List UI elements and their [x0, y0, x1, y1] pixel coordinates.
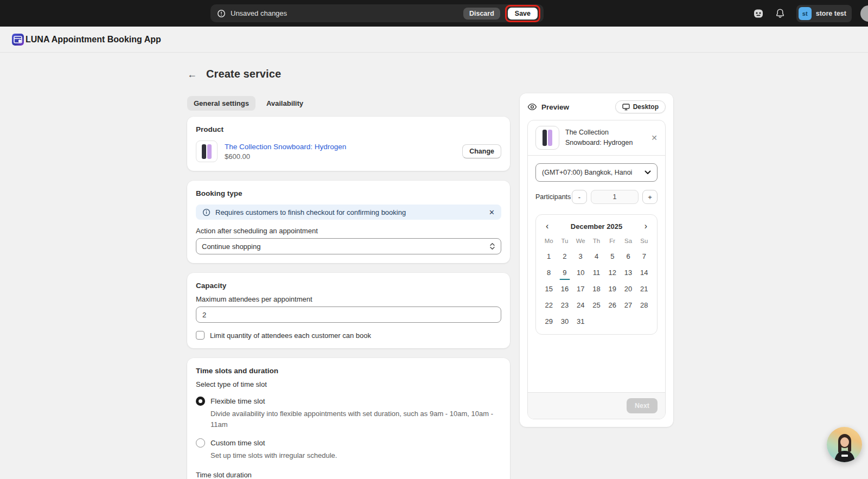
notifications-bell-icon[interactable] — [775, 8, 786, 19]
preview-close-icon[interactable]: ✕ — [651, 133, 658, 142]
booking-widget-preview: The Collection Snowboard: Hydrogen ✕ (GM… — [527, 120, 666, 419]
participants-value: 1 — [591, 190, 639, 204]
page-title: Create service — [206, 68, 281, 80]
contextual-save-bar: Unsaved changes Discard Save — [210, 4, 544, 22]
product-price: $600.00 — [225, 152, 346, 161]
calendar-day[interactable]: 6 — [620, 252, 636, 260]
calendar-day[interactable]: 5 — [604, 252, 620, 260]
booking-type-card: Booking type Requires customers to finis… — [187, 181, 510, 263]
calendar-day[interactable]: 16 — [557, 285, 572, 293]
save-button[interactable]: Save — [508, 8, 538, 20]
calendar-day[interactable]: 28 — [636, 301, 652, 309]
sidekick-assistant-icon[interactable] — [753, 8, 764, 19]
store-menu[interactable]: st store test — [796, 5, 852, 22]
calendar-weekday: We — [573, 238, 589, 244]
calendar-day[interactable]: 21 — [636, 285, 652, 293]
participants-label: Participants — [535, 193, 571, 201]
custom-timeslot-label: Custom time slot — [210, 439, 265, 447]
calendar-day[interactable]: 18 — [589, 285, 604, 293]
capacity-title: Capacity — [196, 282, 501, 290]
limit-quantity-label: Limit quantity of attendees each custome… — [210, 331, 371, 340]
banner-close-icon[interactable]: ✕ — [489, 208, 495, 216]
calendar-day[interactable]: 30 — [557, 317, 572, 325]
video-assistant-bubble[interactable] — [827, 427, 862, 462]
timeslots-title: Time slots and duration — [196, 367, 501, 375]
calendar-weekday: Th — [589, 238, 604, 244]
calendar-weekday: Tu — [557, 238, 572, 244]
custom-timeslot-description: Set up time slots with irregular schedul… — [210, 450, 501, 461]
calendar-day[interactable]: 11 — [589, 269, 604, 277]
timeslots-card: Time slots and duration Select type of t… — [187, 358, 510, 479]
calendar-day[interactable]: 2 — [557, 252, 572, 260]
app-header: LUNA Appointment Booking App — [0, 27, 868, 53]
back-arrow-icon[interactable]: ← — [187, 69, 197, 79]
participants-minus-button[interactable]: - — [572, 190, 587, 204]
tab-availability[interactable]: Availability — [260, 96, 310, 111]
calendar-weekday: Mo — [541, 238, 557, 244]
action-select[interactable]: Continue shopping — [196, 238, 501, 254]
device-label: Desktop — [633, 103, 659, 111]
tab-general-settings[interactable]: General settings — [187, 96, 256, 111]
calendar-day[interactable]: 8 — [541, 269, 557, 277]
calendar-day[interactable]: 1 — [541, 252, 557, 260]
banner-text: Requires customers to finish checkout fo… — [215, 208, 406, 216]
topbar: Unsaved changes Discard Save st store te… — [0, 0, 868, 27]
product-name-link[interactable]: The Collection Snowboard: Hydrogen — [225, 143, 346, 151]
participants-plus-button[interactable]: + — [642, 190, 658, 204]
action-label: Action after scheduling an appointment — [196, 227, 501, 235]
max-attendees-label: Maximum attendees per appointment — [196, 295, 501, 303]
tabs: General settings Availability — [187, 96, 510, 111]
alert-icon — [217, 9, 226, 18]
calendar-day[interactable]: 10 — [573, 269, 589, 277]
capacity-card: Capacity Maximum attendees per appointme… — [187, 273, 510, 348]
save-annotation-box: Save — [505, 5, 540, 22]
calendar-day[interactable]: 23 — [557, 301, 572, 309]
main-content: ← Create service General settings Availa… — [187, 68, 510, 479]
calendar-weekday: Su — [636, 238, 652, 244]
calendar-grid: MoTuWeThFrSaSu12345678910111213141516171… — [541, 238, 652, 325]
duration-label: Time slot duration — [196, 471, 501, 479]
preview-panel: Preview Desktop The Collection Snowboard… — [520, 93, 673, 427]
app-title: LUNA Appointment Booking App — [25, 35, 161, 44]
calendar-day[interactable]: 24 — [573, 301, 589, 309]
calendar-day[interactable]: 20 — [620, 285, 636, 293]
calendar-day[interactable]: 26 — [604, 301, 620, 309]
calendar-day[interactable]: 29 — [541, 317, 557, 325]
discard-button[interactable]: Discard — [463, 8, 500, 20]
change-product-button[interactable]: Change — [462, 144, 501, 158]
calendar-day[interactable]: 19 — [604, 285, 620, 293]
flexible-timeslot-radio[interactable] — [196, 397, 205, 406]
store-avatar: st — [799, 7, 812, 20]
calendar-day[interactable]: 17 — [573, 285, 589, 293]
calendar-day[interactable]: 27 — [620, 301, 636, 309]
edge-avatar-partial — [860, 5, 868, 22]
calendar-day[interactable]: 25 — [589, 301, 604, 309]
info-banner: Requires customers to finish checkout fo… — [196, 205, 501, 220]
calendar-day[interactable]: 12 — [604, 269, 620, 277]
calendar-day[interactable]: 7 — [636, 252, 652, 260]
calendar-day[interactable]: 13 — [620, 269, 636, 277]
calendar-day[interactable]: 9 — [557, 269, 572, 277]
timezone-select[interactable]: (GMT+07:00) Bangkok, Hanoi — [535, 163, 658, 182]
select-type-label: Select type of time slot — [196, 380, 501, 388]
app-logo-icon — [12, 34, 24, 46]
store-name-label: store test — [816, 10, 846, 17]
calendar-day[interactable]: 14 — [636, 269, 652, 277]
info-icon — [202, 208, 210, 216]
limit-quantity-checkbox[interactable] — [196, 331, 205, 340]
select-updown-icon — [489, 242, 495, 250]
max-attendees-input[interactable] — [196, 306, 501, 323]
calendar-day[interactable]: 31 — [573, 317, 589, 325]
calendar-next-icon[interactable]: › — [644, 222, 647, 231]
custom-timeslot-radio[interactable] — [196, 438, 205, 448]
calendar-day[interactable]: 15 — [541, 285, 557, 293]
calendar-day[interactable]: 22 — [541, 301, 557, 309]
calendar-weekday: Sa — [620, 238, 636, 244]
calendar-day[interactable]: 4 — [589, 252, 604, 260]
calendar-day[interactable]: 3 — [573, 252, 589, 260]
eye-icon — [527, 103, 537, 111]
preview-product-thumbnail — [535, 126, 559, 150]
booking-type-title: Booking type — [196, 189, 501, 197]
device-toggle-button[interactable]: Desktop — [615, 100, 666, 113]
calendar-weekday: Fr — [604, 238, 620, 244]
